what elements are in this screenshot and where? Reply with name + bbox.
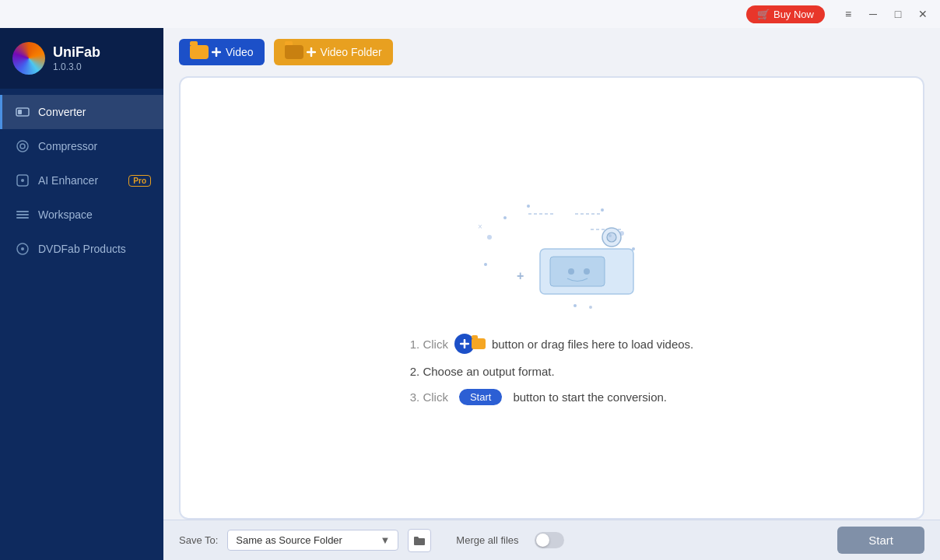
- instructions: 1. Click button or drag files here to lo…: [410, 334, 694, 405]
- svg-point-29: [568, 268, 574, 275]
- svg-text:×: ×: [478, 222, 482, 231]
- toolbar: Video Video Folder: [163, 28, 940, 76]
- minimize-button[interactable]: ─: [862, 5, 884, 23]
- sidebar-item-compressor[interactable]: Compressor: [0, 129, 163, 163]
- folder-browse-icon: [413, 535, 426, 546]
- svg-point-30: [584, 268, 590, 275]
- sidebar-item-workspace[interactable]: Workspace: [0, 198, 163, 232]
- step-1-prefix: 1. Click: [410, 338, 448, 351]
- svg-point-14: [601, 208, 604, 212]
- buy-now-label: Buy Now: [773, 9, 814, 20]
- drop-illustration: × ×: [466, 191, 637, 318]
- title-bar: 🛒 Buy Now ≡ ─ □ ✕: [0, 0, 940, 28]
- menu-button[interactable]: ≡: [837, 5, 859, 23]
- instruction-step-3: 3. Click Start button to start the conve…: [410, 389, 694, 405]
- step-3-prefix: 3. Click: [410, 390, 448, 404]
- workspace-icon: [15, 207, 30, 222]
- converter-icon: [15, 104, 30, 120]
- buy-now-button[interactable]: 🛒 Buy Now: [746, 5, 825, 23]
- add-video-folder-button[interactable]: Video Folder: [274, 39, 393, 65]
- save-to-value: Same as Source Folder: [236, 534, 375, 546]
- save-to-dropdown[interactable]: Same as Source Folder ▼: [227, 530, 398, 551]
- dvdfab-icon: [15, 241, 30, 257]
- add-video-label: Video: [226, 46, 254, 58]
- add-video-button[interactable]: Video: [179, 39, 265, 65]
- svg-point-5: [21, 179, 24, 182]
- instruction-step-1: 1. Click button or drag files here to lo…: [410, 334, 694, 354]
- sidebar-item-converter-label: Converter: [38, 106, 151, 118]
- folder-browse-button[interactable]: [408, 529, 431, 552]
- step-1-suffix: button or drag files here to load videos…: [492, 338, 693, 351]
- logo-name: UniFab: [53, 44, 100, 61]
- svg-point-34: [573, 304, 577, 307]
- svg-point-25: [607, 233, 616, 242]
- toggle-background[interactable]: [535, 532, 564, 548]
- toggle-knob: [536, 534, 549, 547]
- svg-rect-8: [16, 217, 29, 219]
- svg-point-11: [487, 235, 492, 240]
- svg-rect-7: [16, 214, 29, 215]
- app-container: UniFab 1.0.3.0 Converter: [0, 28, 940, 560]
- save-to-label: Save To:: [179, 534, 218, 546]
- svg-rect-28: [550, 257, 605, 286]
- cart-icon: 🛒: [757, 9, 770, 20]
- svg-rect-6: [16, 211, 29, 212]
- svg-point-35: [589, 306, 592, 309]
- svg-point-18: [484, 263, 487, 266]
- svg-text:+: +: [517, 269, 524, 282]
- step-3-suffix: button to start the conversion.: [513, 390, 667, 404]
- svg-point-2: [17, 141, 28, 152]
- close-button[interactable]: ✕: [912, 5, 934, 23]
- maximize-button[interactable]: □: [887, 5, 909, 23]
- sidebar: UniFab 1.0.3.0 Converter: [0, 28, 163, 560]
- sidebar-item-ai-enhancer[interactable]: AI Enhancer Pro: [0, 163, 163, 198]
- svg-point-13: [527, 205, 530, 208]
- merge-all-files-label: Merge all files: [456, 534, 518, 546]
- add-video-folder-label: Video Folder: [321, 46, 382, 58]
- svg-point-3: [20, 144, 25, 149]
- logo-icon: [12, 42, 45, 75]
- ai-enhancer-icon: [15, 173, 30, 188]
- compressor-icon: [15, 138, 30, 154]
- folder-add-icon: [285, 45, 316, 59]
- sidebar-item-converter[interactable]: Converter: [0, 95, 163, 129]
- svg-point-10: [21, 247, 24, 250]
- sidebar-item-compressor-label: Compressor: [38, 140, 151, 152]
- dropdown-arrow-icon: ▼: [380, 534, 390, 546]
- sidebar-item-dvdfab-label: DVDFab Products: [38, 243, 151, 255]
- svg-point-26: [609, 234, 612, 237]
- merge-toggle[interactable]: [535, 532, 564, 548]
- sidebar-item-workspace-label: Workspace: [38, 208, 151, 221]
- start-btn-inline: Start: [459, 389, 502, 405]
- logo-version: 1.0.3.0: [53, 61, 100, 72]
- pro-badge: Pro: [128, 175, 151, 187]
- footer-bar: Save To: Same as Source Folder ▼ Merge a…: [163, 520, 940, 560]
- svg-point-12: [503, 216, 507, 219]
- logo-text: UniFab 1.0.3.0: [53, 44, 100, 72]
- folder-video-icon: [190, 45, 221, 59]
- sidebar-item-ai-enhancer-label: AI Enhancer: [38, 174, 121, 187]
- instruction-step-2: 2. Choose an output format.: [410, 365, 694, 378]
- sidebar-logo: UniFab 1.0.3.0: [0, 28, 163, 89]
- add-btn-inline: [454, 334, 486, 354]
- step-2-text: 2. Choose an output format.: [410, 365, 555, 378]
- drop-area[interactable]: × ×: [179, 76, 924, 520]
- main-content: Video Video Folder: [163, 28, 940, 560]
- svg-rect-1: [18, 110, 22, 114]
- sidebar-nav: Converter Compressor: [0, 89, 163, 560]
- start-button[interactable]: Start: [837, 527, 924, 554]
- sidebar-item-dvdfab-products[interactable]: DVDFab Products: [0, 232, 163, 266]
